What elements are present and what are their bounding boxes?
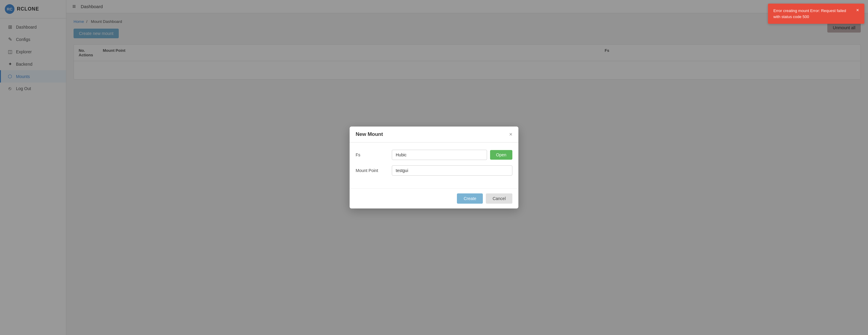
new-mount-modal: New Mount × Fs Open Mount Point Create C…: [350, 127, 518, 208]
mount-point-input[interactable]: [392, 165, 513, 176]
modal-footer: Create Cancel: [350, 188, 518, 208]
mount-point-row: Mount Point: [355, 165, 513, 176]
modal-body: Fs Open Mount Point: [350, 142, 518, 188]
error-toast: Error creating mount Error: Request fail…: [768, 4, 864, 24]
open-button[interactable]: Open: [490, 150, 513, 160]
fs-input[interactable]: [392, 150, 487, 160]
mount-point-label: Mount Point: [355, 168, 392, 173]
modal-close-button[interactable]: ×: [509, 132, 513, 137]
modal-header: New Mount ×: [350, 127, 518, 142]
fs-row: Fs Open: [355, 150, 513, 160]
cancel-button[interactable]: Cancel: [486, 193, 513, 204]
fs-label: Fs: [355, 153, 392, 157]
error-toast-message: Error creating mount Error: Request fail…: [773, 8, 853, 20]
error-toast-close-button[interactable]: ×: [856, 8, 859, 13]
modal-overlay[interactable]: New Mount × Fs Open Mount Point Create C…: [0, 0, 868, 335]
modal-title: New Mount: [355, 131, 383, 137]
create-button[interactable]: Create: [457, 193, 483, 204]
